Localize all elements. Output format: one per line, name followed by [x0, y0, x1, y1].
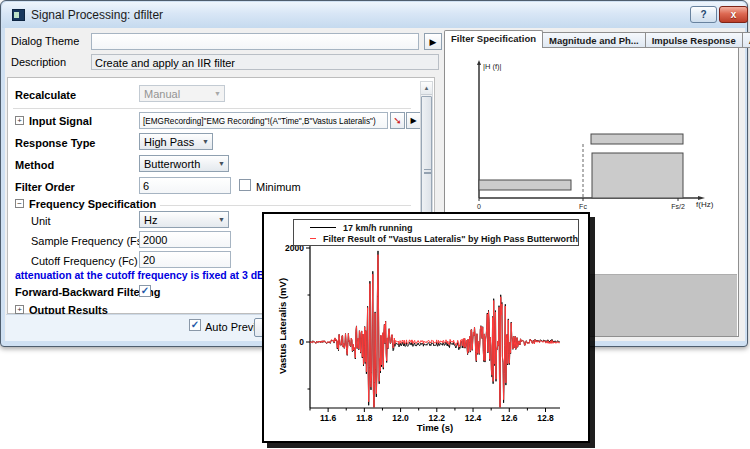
filter-order-label: Filter Order [15, 181, 75, 193]
unit-value: Hz [144, 214, 157, 226]
dropdown-arrow-icon: ▼ [214, 90, 221, 97]
svg-text:Time (s): Time (s) [417, 422, 453, 433]
response-type-label: Response Type [15, 137, 96, 149]
scrollbar-up-arrow-icon[interactable]: ▲ [421, 82, 432, 95]
response-type-dropdown[interactable]: High Pass▼ [139, 133, 213, 150]
cutoff-frequency-input[interactable]: 20 [139, 251, 231, 268]
legend-entry: Filter Result of "Vastus Lateralis" by H… [310, 233, 578, 244]
preview-graph-window[interactable]: 0200011.611.812.012.212.412.612.8Time (s… [262, 212, 590, 443]
scrollbar-thumb[interactable] [421, 96, 432, 222]
dropdown-arrow-icon: ▼ [218, 216, 225, 223]
series-raw [310, 251, 560, 407]
legend-entry: 17 km/h running [310, 222, 578, 233]
svg-text:11.6: 11.6 [320, 413, 336, 423]
unit-dropdown[interactable]: Hz▼ [139, 211, 229, 228]
svg-text:Fc: Fc [579, 203, 587, 210]
auto-preview-checkbox[interactable]: ✓ [189, 319, 201, 331]
description-label: Description [11, 56, 66, 68]
scrollbar-grip-icon [424, 169, 431, 174]
method-dropdown[interactable]: Butterworth▼ [139, 155, 229, 172]
frequency-spec-collapse-icon[interactable]: − [15, 199, 24, 208]
input-signal-field[interactable]: [EMGRecording]"EMG Recording"!(A"Time",B… [139, 112, 388, 129]
attenuation-note: attenuation at the cutoff frequency is f… [15, 269, 265, 281]
tab-impulse-response[interactable]: Impulse Response [646, 32, 743, 48]
output-results-expand-icon[interactable]: + [15, 305, 24, 314]
separator [13, 108, 411, 109]
preview-tabstrip: Filter SpecificationMagnitude and Ph...I… [444, 30, 750, 48]
dropdown-arrow-icon: ▼ [202, 138, 209, 145]
chart-legend: 17 km/h runningFilter Result of "Vastus … [293, 219, 579, 246]
response-type-value: High Pass [144, 136, 194, 148]
tab-apply-filter[interactable]: Apply Filter [743, 32, 750, 48]
title-bar[interactable]: Signal Processing: dfilter ? x [2, 2, 746, 28]
dropdown-arrow-icon: ▼ [218, 160, 225, 167]
svg-text:Vastus Lateralis (mV): Vastus Lateralis (mV) [277, 278, 288, 374]
cutoff-frequency-label: Cutoff Frequency (Fc) [31, 255, 138, 267]
svg-text:0: 0 [299, 337, 304, 347]
tab-magnitude-and-ph[interactable]: Magnitude and Ph... [543, 32, 646, 48]
forward-backward-checkbox[interactable]: ✓ [139, 285, 151, 297]
dialog-theme-flyout-button[interactable]: ▶ [424, 33, 442, 50]
svg-text:12.4: 12.4 [465, 413, 482, 423]
svg-text:0: 0 [477, 203, 481, 210]
range-select-button[interactable]: ➘ [390, 112, 405, 129]
range-select-icon: ➘ [393, 115, 401, 126]
input-signal-label: Input Signal [29, 115, 92, 127]
help-icon[interactable]: ? [690, 6, 717, 23]
window-title: Signal Processing: dfilter [31, 8, 163, 22]
legend-line-sample [310, 227, 336, 228]
input-signal-flyout-button[interactable]: ▶ [406, 112, 421, 129]
minimum-label: Minimum [256, 181, 301, 193]
svg-text:11.8: 11.8 [356, 413, 372, 423]
frequency-spec-label: Frequency Specification [29, 198, 156, 210]
recalculate-dropdown[interactable]: Manual▼ [139, 85, 225, 102]
dialog-theme-field[interactable] [91, 33, 419, 50]
close-icon[interactable]: x [719, 6, 748, 23]
sample-frequency-input[interactable]: 2000 [139, 231, 231, 248]
svg-text:f(Hz): f(Hz) [696, 200, 714, 209]
svg-text:12.0: 12.0 [392, 413, 409, 423]
unit-label: Unit [31, 215, 51, 227]
tab-filter-specification[interactable]: Filter Specification [444, 30, 543, 48]
series-filtered [310, 255, 560, 408]
method-value: Butterworth [144, 158, 200, 170]
legend-label: Filter Result of "Vastus Lateralis" by H… [323, 234, 578, 244]
separator [160, 205, 411, 206]
description-field: Create and apply an IIR filter [91, 54, 439, 70]
dialog-theme-label: Dialog Theme [11, 35, 79, 47]
minimum-checkbox[interactable] [239, 179, 251, 191]
svg-text:|H (f)|: |H (f)| [483, 62, 502, 71]
filter-order-input[interactable]: 6 [139, 177, 231, 194]
legend-line-sample [310, 238, 316, 239]
emg-chart: 0200011.611.812.012.212.412.612.8Time (s… [264, 214, 588, 441]
recalculate-value: Manual [144, 88, 180, 100]
svg-text:12.6: 12.6 [501, 413, 518, 423]
legend-label: 17 km/h running [343, 223, 413, 233]
play-arrow-icon: ▶ [430, 37, 437, 47]
app-icon [12, 9, 25, 21]
method-label: Method [15, 159, 54, 171]
sample-frequency-label: Sample Frequency (Fs) [31, 235, 146, 247]
input-signal-expand-icon[interactable]: + [15, 116, 24, 125]
play-arrow-icon: ▶ [410, 116, 416, 125]
recalculate-label: Recalculate [15, 89, 76, 101]
svg-text:12.8: 12.8 [537, 413, 554, 423]
svg-text:Fs/2: Fs/2 [671, 203, 685, 210]
